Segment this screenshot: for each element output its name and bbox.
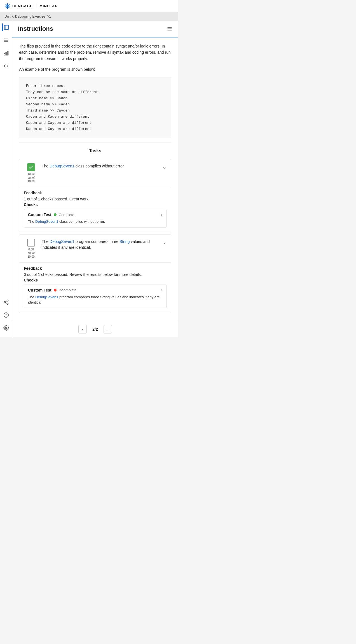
svg-line-5 [6, 4, 7, 5]
task-2-check-header: Custom Test Incomplete › [28, 288, 162, 293]
task-1-check-label: Custom Test Complete [28, 212, 74, 217]
task-item-1: 10.00out of10.00 The DebugSeven1 class c… [19, 159, 171, 232]
cengage-logo-icon [4, 3, 11, 9]
task-2-score: 0.00out of10.00 [27, 248, 34, 259]
task-1-check-header: Custom Test Complete › [28, 212, 162, 217]
svg-line-24 [5, 301, 7, 302]
sidebar-item-share[interactable] [2, 298, 10, 306]
code-line-7: Caden and Cayden are different [26, 120, 164, 126]
svg-line-7 [8, 4, 10, 5]
code-line-2: They can be the same or different. [26, 89, 164, 95]
sidebar-item-code[interactable] [2, 62, 10, 70]
sidebar-item-help[interactable] [2, 311, 10, 319]
task-1-feedback-text: 1 out of 1 checks passed. Great work! [24, 197, 167, 201]
task-2-checks-title: Checks [24, 278, 167, 282]
task-2-title: The DebugSeven1 program compares three S… [42, 239, 159, 250]
svg-rect-19 [7, 51, 8, 55]
code-block: Enter three names. They can be the same … [19, 77, 171, 138]
task-1-checkbox[interactable] [27, 163, 35, 171]
task-1-content: The DebugSeven1 class compiles without e… [42, 163, 159, 169]
task-1-status-dot [54, 213, 57, 216]
code-line-6: Caden and Kaden are different [26, 114, 164, 120]
sidebar-item-list[interactable] [2, 36, 10, 44]
next-page-button[interactable]: › [104, 325, 112, 333]
task-1-check-item: Custom Test Complete › The DebugSeven1 c… [24, 209, 167, 228]
task-2-status-dot [54, 289, 57, 292]
task-2-check-title: Custom Test [28, 288, 51, 292]
task-2-header-row: 0.00out of10.00 The DebugSeven1 program … [19, 235, 171, 262]
breadcrumb-text: Unit 7: Debugging Exercise 7-1 [4, 15, 51, 18]
task-2-check-typename: String [100, 295, 110, 299]
task-1-checks-title: Checks [24, 202, 167, 207]
task-2-check-classname: DebugSeven1 [35, 295, 58, 299]
task-1-check-chevron[interactable]: › [161, 212, 162, 217]
menu-icon[interactable] [167, 26, 172, 32]
task-item-2: 0.00out of10.00 The DebugSeven1 program … [19, 235, 171, 313]
task-1-chevron[interactable]: ⌄ [162, 163, 167, 170]
task-1-score: 10.00out of10.00 [27, 172, 34, 183]
sidebar [0, 21, 12, 337]
task-2-check-label: Custom Test Incomplete [28, 288, 76, 292]
instructions-header: Instructions [12, 21, 178, 37]
task-1-feedback: Feedback 1 out of 1 checks passed. Great… [19, 187, 171, 232]
main-layout: Instructions The files provided in the c… [0, 21, 178, 337]
task-2-feedback-text: 0 out of 1 checks passed. Review the res… [24, 272, 167, 277]
svg-line-23 [5, 302, 7, 303]
pagination-bar: ‹ 2/2 › [12, 321, 178, 337]
sidebar-item-chart[interactable] [2, 49, 10, 57]
task-2-checkbox-area: 0.00out of10.00 [24, 239, 38, 259]
svg-point-22 [7, 303, 8, 304]
breadcrumb: Unit 7: Debugging Exercise 7-1 [0, 12, 178, 21]
code-line-3: First name >> Caden [26, 95, 164, 101]
prev-page-button[interactable]: ‹ [78, 325, 87, 333]
task-1-check-desc: The DebugSeven1 class compiles without e… [28, 219, 162, 224]
page-title: Instructions [18, 25, 53, 32]
svg-point-20 [7, 300, 8, 301]
description-text: The files provided in the code editor to… [19, 43, 171, 62]
code-line-8: Kaden and Cayden are different [26, 126, 164, 132]
task-1-check-classname: DebugSeven1 [35, 219, 58, 224]
task-2-check-item: Custom Test Incomplete › The DebugSeven1… [24, 285, 167, 308]
top-header: CENGAGE | MINDTAP [0, 0, 178, 12]
header-icons [167, 26, 172, 32]
task-1-classname: DebugSeven1 [50, 164, 74, 168]
task-1-checkbox-area: 10.00out of10.00 [24, 163, 38, 183]
svg-rect-17 [4, 54, 5, 55]
example-label: An example of the program is shown below… [19, 66, 171, 72]
cengage-label: CENGAGE [12, 4, 33, 8]
logo-divider: | [36, 4, 37, 9]
sidebar-item-book[interactable] [2, 23, 10, 31]
task-2-typename: String [120, 239, 130, 244]
task-2-check-desc: The DebugSeven1 program compares three S… [28, 294, 162, 305]
svg-rect-18 [6, 52, 6, 55]
task-2-feedback: Feedback 0 out of 1 checks passed. Revie… [19, 262, 171, 313]
svg-line-6 [8, 7, 10, 8]
svg-rect-9 [4, 25, 9, 30]
code-line-4: Second name >> Kaden [26, 101, 164, 108]
task-2-content: The DebugSeven1 program compares three S… [42, 239, 159, 250]
mindtap-label: MINDTAP [39, 4, 58, 8]
tasks-header: Tasks [19, 143, 171, 157]
svg-point-27 [5, 327, 7, 328]
task-2-check-chevron[interactable]: › [161, 288, 162, 293]
code-line-1: Enter three names. [26, 83, 164, 89]
task-1-status-text: Complete [59, 213, 74, 217]
svg-line-8 [6, 7, 7, 8]
task-1-header-row: 10.00out of10.00 The DebugSeven1 class c… [19, 159, 171, 187]
task-1-title: The DebugSeven1 class compiles without e… [42, 163, 159, 169]
task-2-feedback-title: Feedback [24, 263, 167, 272]
task-2-checkbox[interactable] [27, 239, 35, 247]
task-2-status-text: Incomplete [59, 288, 77, 292]
task-2-chevron[interactable]: ⌄ [162, 239, 167, 245]
code-line-5: Third name >> Cayden [26, 108, 164, 114]
logo-container: CENGAGE | MINDTAP [4, 3, 58, 9]
task-1-check-title: Custom Test [28, 212, 51, 217]
task-1-feedback-title: Feedback [24, 187, 167, 197]
sidebar-item-settings[interactable] [2, 324, 10, 332]
page-indicator: 2/2 [92, 327, 98, 332]
task-2-classname: DebugSeven1 [50, 239, 74, 244]
sidebar-bottom [2, 298, 10, 337]
content-area: Instructions The files provided in the c… [12, 21, 178, 337]
svg-point-21 [4, 301, 5, 303]
content-body: The files provided in the code editor to… [12, 37, 178, 321]
